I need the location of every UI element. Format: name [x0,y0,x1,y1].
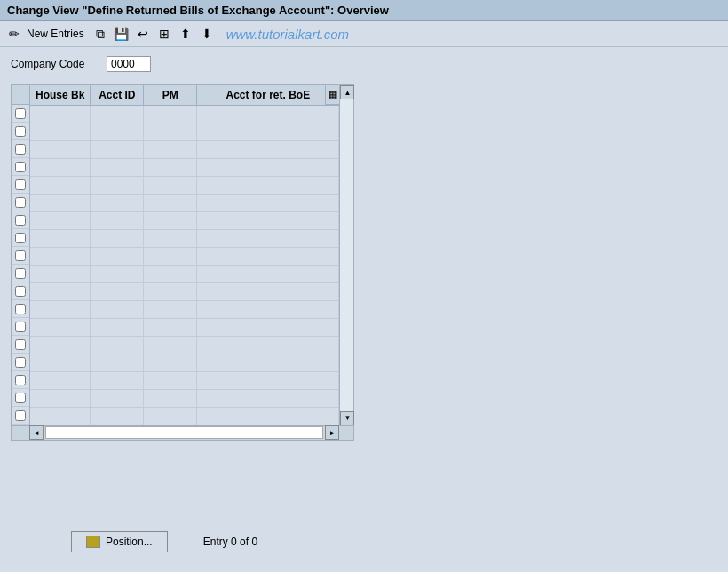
cell-acct-ret[interactable] [197,407,339,425]
cell-house-bk[interactable] [30,105,91,123]
cell-house-bk[interactable] [30,140,91,158]
cell-acct-ret[interactable] [197,336,339,354]
cell-acct-id[interactable] [91,105,144,123]
row-selector[interactable] [12,194,29,211]
cell-pm[interactable] [144,247,197,265]
cell-acct-id[interactable] [91,211,144,229]
cell-acct-ret[interactable] [197,247,339,265]
cell-pm[interactable] [144,158,197,176]
cell-pm[interactable] [144,211,197,229]
undo-icon[interactable]: ↩ [134,25,152,43]
scroll-down-btn[interactable]: ▼ [340,411,354,425]
cell-house-bk[interactable] [30,282,91,300]
cell-acct-ret[interactable] [197,194,339,211]
row-selector[interactable] [12,318,29,336]
company-code-value[interactable]: 0000 [107,56,151,72]
cell-pm[interactable] [144,371,197,389]
row-checkbox[interactable] [15,304,26,314]
cell-acct-id[interactable] [91,247,144,265]
row-selector[interactable] [12,265,29,282]
cell-acct-ret[interactable] [197,354,339,371]
row-selector[interactable] [12,371,29,389]
cell-pm[interactable] [144,354,197,371]
row-checkbox[interactable] [15,393,26,403]
row-checkbox[interactable] [15,268,26,279]
row-checkbox[interactable] [15,357,26,368]
cell-pm[interactable] [144,318,197,336]
cell-pm[interactable] [144,407,197,425]
row-checkbox[interactable] [15,233,26,243]
cell-house-bk[interactable] [30,336,91,354]
row-checkbox[interactable] [15,197,26,208]
cell-acct-ret[interactable] [197,105,339,123]
cell-acct-ret[interactable] [197,282,339,300]
scroll-up-btn[interactable]: ▲ [340,85,354,99]
cell-pm[interactable] [144,300,197,318]
scroll-track-vertical[interactable] [340,99,353,411]
cell-pm[interactable] [144,282,197,300]
horizontal-scrollbar[interactable]: ◄ ► [12,425,353,440]
cell-acct-ret[interactable] [197,389,339,407]
row-checkbox[interactable] [15,108,26,119]
cell-pm[interactable] [144,265,197,282]
download-icon[interactable]: ⬇ [198,25,216,43]
vertical-scrollbar[interactable]: ▲ ▼ [339,85,353,425]
cell-house-bk[interactable] [30,229,91,247]
cell-acct-ret[interactable] [197,158,339,176]
row-checkbox[interactable] [15,162,26,172]
cell-acct-id[interactable] [91,389,144,407]
cell-pm[interactable] [144,229,197,247]
cell-house-bk[interactable] [30,407,91,425]
scroll-left-btn[interactable]: ◄ [29,425,44,440]
row-checkbox[interactable] [15,215,26,226]
cell-acct-id[interactable] [91,176,144,194]
cell-acct-id[interactable] [91,158,144,176]
cell-house-bk[interactable] [30,300,91,318]
cell-acct-id[interactable] [91,140,144,158]
cell-pm[interactable] [144,105,197,123]
save-icon[interactable]: 💾 [113,25,131,43]
cell-acct-id[interactable] [91,194,144,211]
row-checkbox[interactable] [15,339,26,350]
row-checkbox[interactable] [15,144,26,155]
row-selector[interactable] [12,105,29,123]
upload-icon[interactable]: ⬆ [177,25,194,43]
cell-pm[interactable] [144,176,197,194]
cell-pm[interactable] [144,194,197,211]
cell-house-bk[interactable] [30,371,91,389]
row-selector[interactable] [12,282,29,300]
cell-pm[interactable] [144,389,197,407]
cell-pm[interactable] [144,140,197,158]
row-selector[interactable] [12,140,29,158]
new-entries-label[interactable]: New Entries [27,28,84,40]
cell-pm[interactable] [144,123,197,140]
cell-acct-ret[interactable] [197,318,339,336]
cell-acct-id[interactable] [91,371,144,389]
row-selector[interactable] [12,123,29,140]
cell-pm[interactable] [144,336,197,354]
cell-acct-id[interactable] [91,336,144,354]
cell-acct-ret[interactable] [197,371,339,389]
cell-acct-id[interactable] [91,354,144,371]
cell-acct-ret[interactable] [197,123,339,140]
row-selector[interactable] [12,354,29,371]
row-selector[interactable] [12,229,29,247]
cell-acct-ret[interactable] [197,229,339,247]
row-selector[interactable] [12,336,29,354]
column-settings-icon[interactable]: ▦ [325,85,339,105]
new-entries-icon[interactable]: ✏ [5,25,23,43]
cell-acct-ret[interactable] [197,176,339,194]
cell-acct-id[interactable] [91,123,144,140]
row-checkbox[interactable] [15,410,26,421]
cell-house-bk[interactable] [30,318,91,336]
cell-acct-id[interactable] [91,282,144,300]
row-selector[interactable] [12,211,29,229]
cell-house-bk[interactable] [30,194,91,211]
row-selector[interactable] [12,407,29,425]
row-checkbox[interactable] [15,126,26,137]
cell-acct-id[interactable] [91,300,144,318]
cell-acct-id[interactable] [91,265,144,282]
cell-acct-id[interactable] [91,318,144,336]
cell-house-bk[interactable] [30,158,91,176]
cell-acct-ret[interactable] [197,140,339,158]
